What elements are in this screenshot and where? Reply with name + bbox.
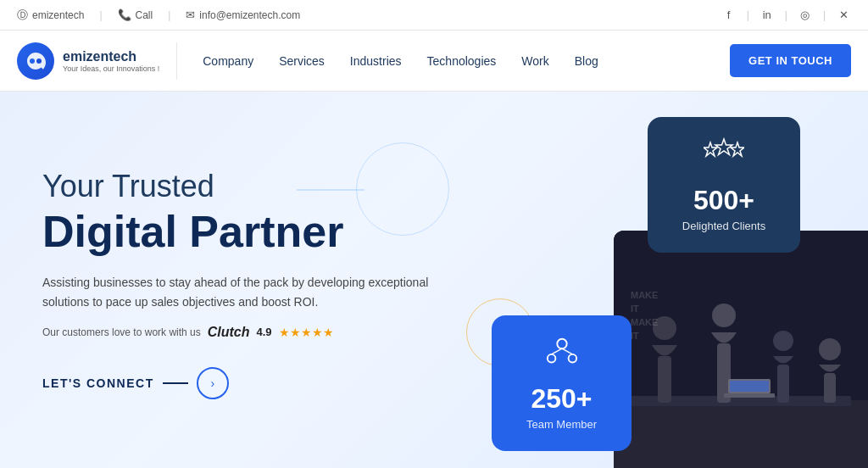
svg-rect-21 <box>724 393 775 398</box>
team-count: 250+ <box>515 383 608 415</box>
svg-point-6 <box>547 354 555 363</box>
clutch-row: Our customers love to work with us Clutc… <box>42 325 441 340</box>
linkedin-icon[interactable]: in <box>760 8 775 23</box>
hero-title: Digital Partner <box>42 208 441 256</box>
top-bar-contact: Ⓓ emizentech | 📞 Call | ✉ info@emizentec… <box>17 8 300 23</box>
team-photo: MAKE IT MAKE IT <box>614 231 868 468</box>
nav-work[interactable]: Work <box>521 54 548 68</box>
svg-point-5 <box>557 339 566 348</box>
nav-blog[interactable]: Blog <box>575 54 598 68</box>
sep1: | <box>99 9 102 21</box>
email-address: info@emizentech.com <box>199 9 300 21</box>
skype-icon: Ⓓ <box>17 8 28 23</box>
svg-line-9 <box>562 348 572 354</box>
nav-industries[interactable]: Industries <box>350 54 402 68</box>
clients-label: Delighted Clients <box>671 220 776 232</box>
svg-point-7 <box>568 354 576 363</box>
hero-subtitle: Your Trusted <box>42 169 441 204</box>
hero-section: Your Trusted Digital Partner Assisting b… <box>0 92 868 468</box>
mail-icon: ✉ <box>186 8 195 21</box>
clutch-rating: 4.9 <box>257 326 272 338</box>
svg-text:MAKE: MAKE <box>631 317 658 327</box>
svg-text:MAKE: MAKE <box>631 290 658 300</box>
svg-point-19 <box>819 338 841 360</box>
connect-line <box>163 382 188 384</box>
svg-rect-20 <box>824 373 836 403</box>
svg-rect-18 <box>777 365 789 403</box>
skype-item[interactable]: Ⓓ emizentech <box>17 8 84 23</box>
svg-text:IT: IT <box>631 331 639 341</box>
nav-links: Company Services Industries Technologies… <box>177 54 730 68</box>
nav-company[interactable]: Company <box>203 54 253 68</box>
call-item[interactable]: 📞 Call <box>118 8 153 21</box>
call-label: Call <box>136 9 153 21</box>
star-rating: ★★★★★ <box>279 326 334 339</box>
email-item[interactable]: ✉ info@emizentech.com <box>186 8 300 21</box>
star-icon <box>671 137 776 178</box>
svg-point-1 <box>36 58 42 64</box>
svg-rect-14 <box>658 356 671 403</box>
social-links: f | in | ◎ | ✕ <box>721 8 851 23</box>
lets-connect-cta[interactable]: LET'S CONNECT › <box>42 367 441 399</box>
team-label: Team Member <box>515 418 608 431</box>
stat-card-clients: 500+ Delighted Clients <box>648 117 800 253</box>
svg-line-8 <box>551 348 561 354</box>
nav-services[interactable]: Services <box>279 54 325 68</box>
logo-tagline: Your Ideas, our Innovations ! <box>63 64 159 73</box>
top-bar: Ⓓ emizentech | 📞 Call | ✉ info@emizentec… <box>0 0 868 31</box>
svg-rect-23 <box>730 381 769 392</box>
team-photo-inner: MAKE IT MAKE IT <box>614 231 868 468</box>
facebook-icon[interactable]: f <box>721 8 737 23</box>
hero-description: Assisting businesses to stay ahead of th… <box>42 273 441 311</box>
hero-content: Your Trusted Digital Partner Assisting b… <box>0 92 475 468</box>
sep2: | <box>168 9 170 21</box>
svg-rect-11 <box>614 400 868 468</box>
get-in-touch-button[interactable]: GET IN TOUCH <box>730 44 851 77</box>
svg-text:IT: IT <box>631 304 639 314</box>
team-icon <box>515 336 608 376</box>
svg-point-0 <box>30 58 35 64</box>
hero-visuals: 500+ Delighted Clients 250+ Team Member <box>475 92 868 468</box>
instagram-icon[interactable]: ◎ <box>798 8 813 23</box>
lets-connect-label: LET'S CONNECT <box>42 376 154 390</box>
logo-name: emizentech <box>63 49 159 64</box>
logo[interactable]: emizentech Your Ideas, our Innovations ! <box>17 42 177 80</box>
svg-point-15 <box>712 304 736 327</box>
logo-text-block: emizentech Your Ideas, our Innovations ! <box>63 49 159 73</box>
twitter-x-icon[interactable]: ✕ <box>836 8 851 23</box>
svg-point-17 <box>773 331 793 351</box>
skype-handle: emizentech <box>32 9 84 21</box>
clients-count: 500+ <box>671 185 776 216</box>
nav-technologies[interactable]: Technologies <box>427 54 497 68</box>
clutch-logo: Clutch <box>208 325 250 340</box>
clutch-prefix: Our customers love to work with us <box>42 326 201 338</box>
logo-icon <box>17 42 54 80</box>
phone-icon: 📞 <box>118 8 131 21</box>
main-nav: emizentech Your Ideas, our Innovations !… <box>0 31 868 92</box>
connect-circle: › <box>197 367 229 399</box>
stat-card-team: 250+ Team Member <box>492 315 632 451</box>
